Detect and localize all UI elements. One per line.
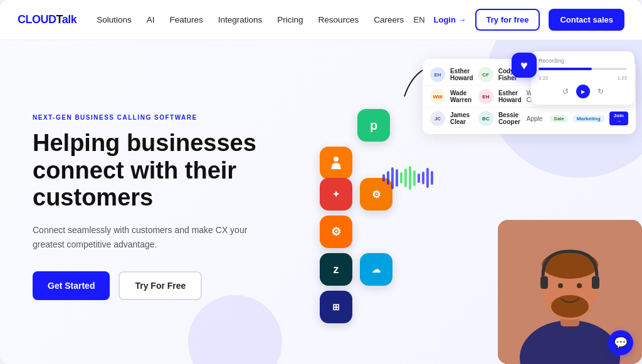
crm-name-1: Esther Howard	[450, 68, 473, 81]
zendesk-icon: z	[320, 253, 352, 286]
crm-row-3: JC James Clear BC Bessie Cooper Apple Sa…	[423, 108, 636, 129]
try-for-free-cta-button[interactable]: Try For Free	[118, 271, 202, 300]
crm-name-6: Bessie Cooper	[498, 112, 522, 125]
audio-waveform	[382, 162, 433, 194]
hero-visual: ✦ p ⚙ z ☁ ⊞	[301, 40, 642, 364]
nav-integrations[interactable]: Integrations	[218, 15, 263, 24]
avatar-3: WW	[430, 89, 445, 104]
recording-label: Recording	[539, 58, 627, 64]
crm-name-3: Wade Warren	[450, 90, 473, 103]
gear-app-icon: ⚙	[320, 216, 352, 248]
play-button[interactable]: ▶	[576, 85, 590, 98]
logo[interactable]: CLOUDTalk	[18, 13, 76, 26]
recording-time-end: 1:23	[617, 75, 627, 81]
login-button[interactable]: Login →	[434, 15, 466, 24]
nav-features[interactable]: Features	[170, 15, 203, 24]
try-free-button[interactable]: Try for free	[475, 9, 540, 31]
svg-point-7	[551, 295, 589, 318]
nav-ai[interactable]: AI	[147, 15, 155, 24]
recording-controls[interactable]: ↺ ▶ ↻	[539, 85, 627, 98]
badge-sale-3: Sale	[550, 115, 567, 122]
hero-headline: Helping businesses connect with their cu…	[33, 130, 283, 212]
svg-rect-11	[592, 276, 599, 289]
recording-time-start: 1:22	[539, 75, 549, 81]
avatar-4: EH	[478, 89, 493, 104]
hero-tagline: Next-Gen Business Calling Software	[33, 114, 283, 121]
header-actions: EN Login → Try for free Contact sales	[413, 9, 624, 31]
crm-name-5: James Clear	[450, 112, 473, 125]
crm-name-4: Esther Howard	[498, 90, 522, 103]
chat-bubble-button[interactable]: 💬	[608, 330, 633, 355]
join-button-3[interactable]: Join →	[609, 112, 628, 125]
hubspot-icon	[320, 147, 352, 179]
language-selector[interactable]: EN	[413, 15, 424, 24]
svg-point-9	[577, 283, 582, 288]
rewind-icon[interactable]: ↺	[562, 87, 569, 96]
svg-rect-10	[540, 276, 548, 289]
nav-careers[interactable]: Careers	[374, 15, 404, 24]
main-content: Next-Gen Business Calling Software Helpi…	[0, 40, 642, 364]
pipedrive-icon: p	[357, 109, 390, 142]
nav-resources[interactable]: Resources	[318, 15, 359, 24]
crm-company-3: Apple	[527, 115, 545, 122]
recording-times: 1:22 1:23	[539, 75, 627, 81]
avatar-1: EH	[430, 67, 445, 82]
contact-sales-button[interactable]: Contact sales	[549, 9, 624, 31]
recording-card: Recording 1:22 1:23 ↺ ▶ ↻	[531, 51, 634, 105]
badge-marketing-3: Marketing	[573, 115, 604, 122]
header: CLOUDTalk Solutions AI Features Integrat…	[0, 0, 642, 40]
svg-point-8	[558, 283, 563, 288]
avatar-5: JC	[430, 111, 445, 126]
main-nav: Solutions AI Features Integrations Prici…	[97, 15, 413, 24]
recording-progress-bar	[539, 68, 627, 70]
avatar-2: CF	[478, 67, 493, 82]
hero-section: Next-Gen Business Calling Software Helpi…	[0, 40, 301, 364]
nav-solutions[interactable]: Solutions	[97, 15, 132, 24]
app-icon-1: ✦	[320, 178, 352, 211]
get-started-button[interactable]: Get Started	[33, 271, 110, 300]
svg-point-1	[334, 157, 339, 162]
cta-buttons: Get Started Try For Free	[33, 271, 283, 300]
nav-pricing[interactable]: Pricing	[277, 15, 303, 24]
hero-subheadline: Connect seamlessly with customers and ma…	[33, 223, 277, 251]
forward-icon[interactable]: ↻	[597, 87, 604, 96]
recording-progress-fill	[539, 68, 592, 70]
avatar-6: BC	[478, 111, 493, 126]
app-icon-2: ⊞	[320, 291, 352, 323]
salesforce-icon: ☁	[360, 253, 392, 286]
heart-icon: ♥	[512, 53, 537, 78]
